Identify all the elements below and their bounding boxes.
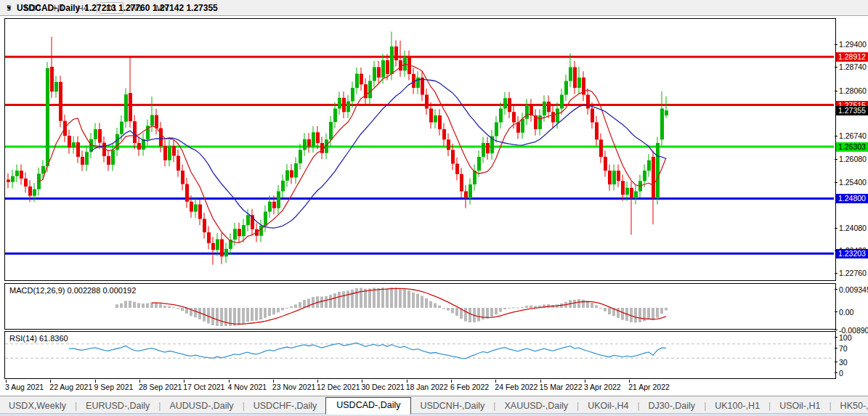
candle-body [451,150,455,164]
candle-body [656,143,660,198]
macd-histogram-bar [281,308,284,310]
macd-histogram-bar [403,289,406,308]
candle-body [20,171,23,179]
price-chart-panel[interactable] [4,18,836,281]
macd-histogram-bar [120,303,123,308]
tab-ukoil-h4[interactable]: UKOil-,H4 [579,399,637,414]
candle-body [46,68,49,166]
macd-tick-label: 0.009345 [839,285,868,294]
macd-histogram-bar [421,295,423,308]
candle-body [460,174,463,192]
price-level-badge: 1.23203 [836,249,868,258]
tab-audusd-daily[interactable]: AUDUSD-,Daily [161,399,242,414]
price-level-badge: 1.28912 [836,52,868,62]
macd-histogram-bar [482,308,484,319]
tab-hk50-h1[interactable]: HK50-,H1 [832,399,868,414]
macd-histogram-bar [521,307,524,308]
candle-body [482,143,485,157]
macd-histogram-bar [464,308,467,322]
candle-body [181,171,184,184]
candle-body [508,98,511,112]
date-tick-label: 12 Dec 2021 [317,383,360,391]
candle-body [538,115,542,129]
candle-body [447,139,450,150]
price-tick-mark [835,67,837,68]
macd-histogram-bar [242,308,245,324]
tab-xauusd-daily[interactable]: XAUUSD-,Daily [495,399,577,414]
candle-body [560,95,564,109]
candle-body [72,142,76,147]
date-tick-label: 9 Sep 2021 [94,383,134,391]
macd-histogram-bar [425,298,428,308]
candle-body [573,68,577,89]
macd-histogram-bar [211,308,214,325]
candle-body [137,143,141,150]
macd-histogram-bar [285,308,288,309]
candle-body [41,166,45,174]
macd-histogram-bar [142,303,145,308]
macd-histogram-bar [351,290,354,308]
rsi-tick-mark [835,348,837,348]
tab-usdx-weekly[interactable]: USDX,Weekly [0,399,75,414]
macd-histogram-bar [665,308,668,311]
candle-body [551,112,555,122]
candle-body [285,171,289,181]
price-level-badge: 1.27355 [836,106,868,115]
macd-histogram-bar [591,303,593,308]
tab-usdcad-daily[interactable]: USDCAD-,Daily [325,397,411,415]
macd-histogram-bar [399,289,402,308]
tab-usdchf-daily[interactable]: USDCHF-,Daily [245,399,326,414]
candle-body [373,68,376,81]
price-level-badge: 1.26303 [836,142,868,152]
candle-body [133,121,137,143]
macd-histogram-bar [407,290,410,308]
candle-body [342,98,346,112]
macd-panel[interactable]: MACD(12,26,9) 0.002288 0.000192 [4,283,836,330]
macd-histogram-bar [290,306,293,308]
macd-histogram-bar [412,293,415,308]
macd-histogram-bar [525,306,528,308]
candle-body [94,129,97,139]
macd-histogram-bar [268,308,271,316]
macd-tick-mark [835,330,837,330]
candle-body [643,171,646,181]
candle-body [316,132,320,143]
candle-body [155,115,158,129]
candle-body [604,157,607,171]
macd-histogram-bar [129,301,131,308]
macd-histogram-bar [360,288,362,308]
candle-body [329,122,333,139]
candle-body [464,192,468,199]
chart-ohlc-values: 1.27213 1.27760 1.27142 1.27355 [84,3,218,13]
price-tick-label: 1.28740 [839,62,867,71]
candle-body [211,243,215,250]
tab-dj30-daily[interactable]: DJ30-,Daily [640,399,705,414]
macd-histogram-bar [342,291,345,308]
macd-histogram-bar [617,308,620,318]
macd-histogram-bar [346,290,349,308]
rsi-tick-label: 100 [839,333,852,342]
tab-eurusd-daily[interactable]: EURUSD-,Daily [77,399,158,414]
price-axis: 1.294001.287401.280601.267401.260801.254… [835,16,868,393]
candle-body [599,139,603,157]
candle-body [660,109,664,140]
rsi-tick-label: 0 [839,369,843,378]
tab-uk100-h1[interactable]: UK100-,H1 [706,399,768,414]
price-tick-label: 1.28060 [839,86,867,95]
macd-histogram-bar [647,308,650,319]
macd-tick-mark [835,311,837,312]
rsi-tick-mark [835,362,837,362]
rsi-panel[interactable]: RSI(14) 61.8360 [4,331,836,379]
candle-body [259,226,263,236]
price-tick-label: 1.29400 [839,40,867,49]
tab-usoil-h1[interactable]: USOil-,H1 [771,399,829,414]
macd-histogram-bar [329,295,332,308]
macd-histogram-bar [608,308,611,314]
candle-body [521,119,524,133]
macd-histogram-bar [172,307,175,308]
date-tick-label: 18 Jan 2022 [406,383,448,391]
tab-usdcnh-daily[interactable]: USDCNH-,Daily [411,399,493,414]
candle-body [556,109,559,123]
macd-histogram-bar [373,287,376,308]
macd-histogram-bar [355,288,358,308]
